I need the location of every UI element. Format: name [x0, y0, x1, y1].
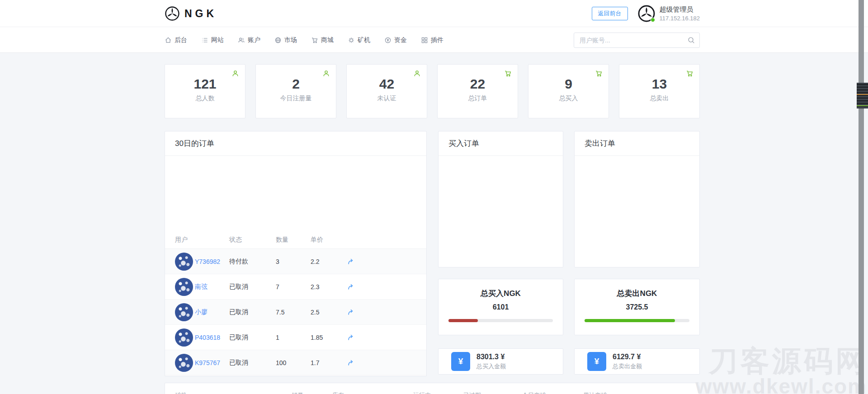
online-status-dot: [651, 18, 655, 22]
order-forward-button[interactable]: [347, 308, 355, 316]
buy-progress-track: [448, 319, 553, 322]
nav-label: 商城: [321, 36, 334, 44]
user-link[interactable]: 小廖: [195, 308, 229, 316]
nav-label: 网站: [211, 36, 224, 44]
col-qty: 数量: [276, 236, 311, 244]
stat-value: 42: [347, 76, 427, 92]
order-forward-button[interactable]: [347, 333, 355, 342]
col-user: 用户: [175, 236, 229, 244]
order-forward-button[interactable]: [347, 359, 355, 367]
forward-arrow-icon: [347, 308, 355, 316]
orders-chart-area: [165, 156, 426, 231]
total-buy-ngk-card: 总买入NGK 6101: [438, 279, 563, 335]
order-status: 已取消: [229, 333, 276, 342]
stat-card-total-orders: 22 总订单: [437, 64, 518, 118]
panel-title: 买入订单: [439, 131, 563, 156]
user-menu[interactable]: 超级管理员 117.152.16.182: [638, 5, 700, 22]
col-today-mined: 今日产矿: [522, 391, 583, 394]
cart-icon: [595, 70, 603, 77]
order-forward-button[interactable]: [347, 283, 355, 291]
person-icon: [413, 70, 421, 77]
main-nav: 后台 网站 账户 市场 商城 矿机 资金 插件: [0, 27, 868, 53]
nav-item-mall[interactable]: 商城: [311, 36, 334, 44]
forward-arrow-icon: [347, 333, 355, 342]
nav-item-plugins[interactable]: 插件: [421, 36, 443, 44]
user-avatar: [175, 328, 193, 347]
person-icon: [322, 70, 330, 77]
buy-orders-panel: 买入订单: [438, 131, 563, 267]
stat-label: 总人数: [165, 94, 245, 103]
total-buy-amount-card: ¥ 8301.3 ¥ 总买入金额: [438, 348, 563, 375]
yen-icon: ¥: [587, 352, 606, 371]
cart-icon: [686, 70, 693, 77]
nav-item-funds[interactable]: 资金: [384, 36, 407, 44]
avatar[interactable]: [638, 5, 655, 22]
order-forward-button[interactable]: [347, 258, 355, 266]
order-status: 已取消: [229, 308, 276, 316]
nav-item-backend[interactable]: 后台: [165, 36, 187, 44]
amount-value: 6129.7 ¥: [613, 353, 642, 361]
stat-card-total-sells: 13 总卖出: [619, 64, 700, 118]
order-price: 1.7: [311, 359, 347, 366]
scrollbar-track[interactable]: [859, 0, 864, 394]
watermark-line2: www.dkewl.com: [695, 376, 867, 394]
nav-item-accounts[interactable]: 账户: [238, 36, 260, 44]
stat-value: 13: [619, 76, 699, 92]
user-link[interactable]: 南弦: [195, 283, 229, 291]
orders-table-header: 用户 状态 数量 单价: [165, 231, 426, 249]
stat-label: 总订单: [438, 94, 518, 103]
total-sell-amount-card: ¥ 6129.7 ¥ 总卖出金额: [574, 348, 700, 375]
col-status: 状态: [229, 236, 276, 244]
table-row: K975767 已取消 100 1.7: [165, 350, 426, 375]
summary-value: 6101: [439, 303, 563, 311]
logo-text: NGK: [184, 8, 217, 20]
nav-item-miners[interactable]: 矿机: [348, 36, 370, 44]
user-avatar: [175, 253, 193, 271]
home-icon: [165, 37, 172, 44]
user-name: 超级管理员: [660, 5, 700, 14]
user-avatar: [175, 303, 193, 321]
panel-title: 30日的订单: [165, 131, 426, 156]
order-price: 2.5: [311, 309, 347, 316]
list-icon: [201, 37, 208, 44]
nav-item-market[interactable]: 市场: [274, 36, 297, 44]
col-total-mined: 累计产矿: [583, 391, 699, 394]
search-input[interactable]: [574, 33, 700, 48]
user-link[interactable]: P403618: [195, 334, 229, 341]
yen-icon: ¥: [451, 352, 470, 371]
col-expired: 已过期: [463, 391, 522, 394]
orders-30d-panel: 30日的订单 用户 状态 数量 单价 Y736982 待付款 3 2.2 南弦 …: [165, 131, 427, 376]
search-icon[interactable]: [687, 36, 695, 44]
order-status: 已取消: [229, 359, 276, 367]
user-ip: 117.152.16.182: [660, 15, 700, 22]
amount-label: 总卖出金额: [613, 362, 642, 371]
app-logo: NGK: [165, 6, 217, 21]
top-header: NGK 返回前台 超级管理员: [0, 0, 868, 27]
total-sell-ngk-card: 总卖出NGK 3725.5: [574, 279, 700, 335]
sell-progress-track: [585, 319, 689, 322]
stat-value: 22: [438, 76, 518, 92]
col-sales: 销量: [292, 391, 332, 394]
order-price: 1.85: [311, 334, 347, 341]
stat-card-total-users: 121 总人数: [165, 64, 245, 118]
user-link[interactable]: K975767: [195, 359, 229, 366]
col-miner: 矿机: [175, 391, 292, 394]
nav-label: 资金: [394, 36, 407, 44]
col-running: 运行中: [413, 391, 463, 394]
buy-progress-fill: [448, 319, 478, 322]
table-row: 南弦 已取消 7 2.3: [165, 274, 426, 300]
stat-value: 9: [528, 76, 609, 92]
panel-title: 卖出订单: [575, 131, 699, 156]
order-qty: 7: [276, 283, 311, 291]
scrollbar-thumb[interactable]: [857, 83, 868, 108]
table-row: P403618 已取消 1 1.85: [165, 325, 426, 350]
order-status: 待付款: [229, 258, 276, 266]
order-qty: 3: [276, 258, 311, 265]
nav-item-website[interactable]: 网站: [201, 36, 224, 44]
col-price: 单价: [311, 236, 347, 244]
nav-label: 账户: [248, 36, 260, 44]
gear-icon: [348, 37, 355, 44]
summary-title: 总卖出NGK: [575, 288, 699, 299]
back-to-frontend-button[interactable]: 返回前台: [592, 7, 628, 20]
user-link[interactable]: Y736982: [195, 258, 229, 265]
